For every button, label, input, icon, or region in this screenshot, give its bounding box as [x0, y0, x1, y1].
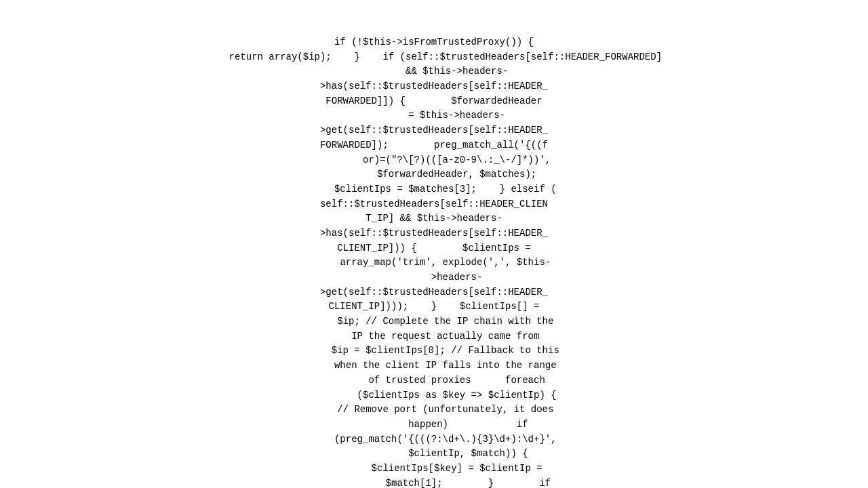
code-line: >get(self::$trustedHeaders[self::HEADER_ [136, 123, 732, 138]
code-line: >headers- [136, 270, 732, 285]
code-line: array_map('trim', explode(',', $this- [136, 256, 732, 270]
code-line: or)=("?\[?)(([a-z0-9\.:_\-/]*))', [136, 153, 732, 168]
code-line: $clientIp, $match)) { [136, 447, 732, 462]
code-line: $forwardedHeader, $matches); [136, 167, 732, 182]
code-line: if (!$this->isFromTrustedProxy()) { [136, 35, 732, 50]
code-line: self::$trustedHeaders[self::HEADER_CLIEN [136, 197, 732, 212]
code-line: CLIENT_IP]))); } $clientIps[] = [136, 300, 732, 314]
code-line: (preg_match('{(((?:\d+\.){3}\d+):\d+}', [136, 432, 732, 447]
code-line: of trusted proxies foreach [136, 373, 732, 388]
code-line: IP the request actually came from [136, 329, 732, 344]
code-line: >get(self::$trustedHeaders[self::HEADER_ [136, 285, 732, 300]
code-line: happen) if [136, 418, 732, 432]
code-line: && $this->headers- [136, 64, 732, 79]
code-line: // Remove port (unfortunately, it does [136, 403, 732, 418]
code-line: T_IP] && $this->headers- [136, 211, 732, 226]
code-line: ($clientIps as $key => $clientIp) { [136, 388, 732, 403]
code-line: $match[1]; } if [136, 476, 732, 488]
code-line: $ip; // Complete the IP chain with the [136, 314, 732, 329]
code-line: $clientIps[$key] = $clientIp = [136, 462, 732, 476]
code-line: $clientIps = $matches[3]; } elseif ( [136, 182, 732, 197]
code-line: FORWARDED]); preg_match_all('{((f [136, 138, 732, 153]
code-content: if (!$this->isFromTrustedProxy()) { retu… [0, 0, 868, 488]
code-line: when the client IP falls into the range [136, 359, 732, 373]
code-line: return array($ip); } if (self::$trustedH… [136, 50, 732, 65]
code-line: = $this->headers- [136, 108, 732, 123]
code-viewer: if (!$this->isFromTrustedProxy()) { retu… [0, 0, 868, 488]
code-line: FORWARDED]]) { $forwardedHeader [136, 94, 732, 109]
code-line: >has(self::$trustedHeaders[self::HEADER_ [136, 226, 732, 241]
code-line: CLIENT_IP])) { $clientIps = [136, 241, 732, 256]
code-line: >has(self::$trustedHeaders[self::HEADER_ [136, 79, 732, 94]
code-line: $ip = $clientIps[0]; // Fallback to this [136, 344, 732, 359]
